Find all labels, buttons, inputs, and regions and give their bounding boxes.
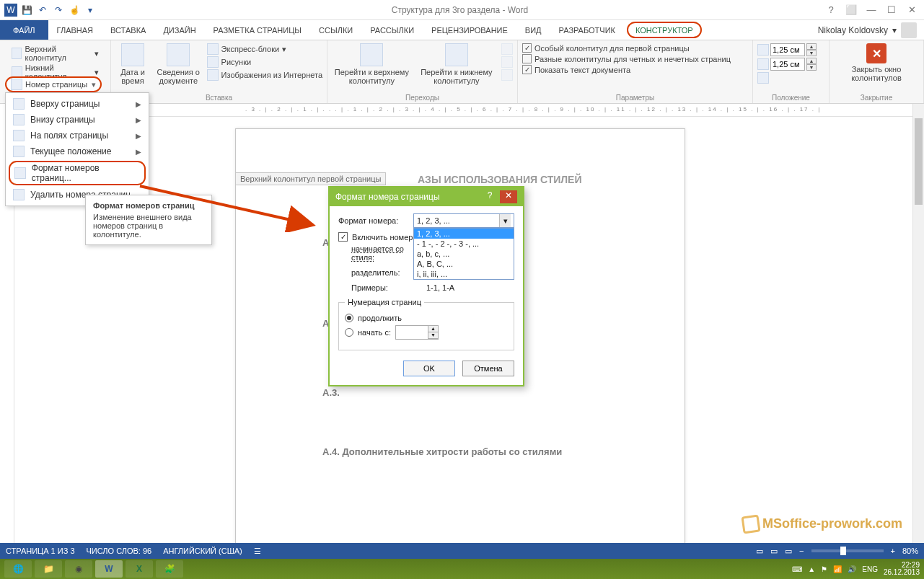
view-web-icon[interactable]: ▭ <box>785 547 792 556</box>
save-icon[interactable]: 💾 <box>20 4 33 17</box>
tray-flag-icon[interactable]: ⚑ <box>821 565 827 573</box>
tab-home[interactable]: ГЛАВНАЯ <box>48 20 102 40</box>
tray-clock[interactable]: 22:2926.12.2013 <box>884 562 920 576</box>
tray-volume-icon[interactable]: 🔊 <box>848 565 856 573</box>
page-indicator[interactable]: СТРАНИЦА 1 ИЗ 3 <box>6 547 75 555</box>
footer-from-bottom-spinner[interactable]: ▲▼ <box>757 58 817 71</box>
tab-design[interactable]: ДИЗАЙН <box>154 20 204 40</box>
zoom-level[interactable]: 80% <box>902 547 918 555</box>
taskbar-explorer[interactable]: 📁 <box>35 560 62 578</box>
quick-parts-button[interactable]: Экспресс-блоки ▾ <box>207 43 322 55</box>
docinfo-button[interactable]: Сведения о документе <box>156 43 201 85</box>
close-header-footer-button[interactable]: ✕ Закрыть окно колонтитулов <box>834 43 919 82</box>
goto-footer-icon <box>445 43 468 66</box>
goto-footer-button[interactable]: Перейти к нижнему колонтитулу <box>418 43 496 85</box>
help-icon[interactable]: ? <box>823 4 839 15</box>
close-window-icon[interactable]: ✕ <box>904 4 920 15</box>
header-from-top-spinner[interactable]: ▲▼ <box>757 43 817 56</box>
taskbar-word[interactable]: W <box>95 560 123 578</box>
dialog-help-icon[interactable]: ? <box>481 190 498 203</box>
undo-icon[interactable]: ↶ <box>36 4 49 17</box>
page-number-dropdown[interactable]: Номер страницы ▾ <box>5 76 102 92</box>
online-pictures-button[interactable]: Изображения из Интернета <box>207 69 322 81</box>
cancel-button[interactable]: Отмена <box>462 361 514 376</box>
tab-header-footer-design[interactable]: КОНСТРУКТОР <box>627 22 702 38</box>
header-dropdown[interactable]: Верхний колонтитул ▾ <box>12 45 99 62</box>
ok-button[interactable]: OK <box>403 361 455 376</box>
tray-network-icon[interactable]: 📶 <box>833 565 842 573</box>
qat-more-icon[interactable]: ▾ <box>84 4 97 17</box>
up-arrow-icon[interactable]: ▲ <box>428 326 438 332</box>
menu-current-position[interactable]: Текущее положение▶ <box>6 143 149 159</box>
tray-up-icon[interactable]: ▲ <box>808 565 815 573</box>
start-at-spinner[interactable]: ▲▼ <box>395 325 439 340</box>
show-document-text-checkbox[interactable]: ✓Показать текст документа <box>522 65 731 74</box>
view-read-icon[interactable]: ▭ <box>756 547 763 556</box>
footer-bottom-input[interactable] <box>770 58 805 71</box>
zoom-out-icon[interactable]: − <box>799 547 804 555</box>
quick-parts-icon <box>207 43 219 55</box>
dialog-titlebar[interactable]: Формат номера страницы ? ✕ <box>330 187 523 206</box>
tab-developer[interactable]: РАЗРАБОТЧИК <box>550 20 624 40</box>
goto-header-button[interactable]: Перейти к верхнему колонтитулу <box>332 43 412 85</box>
touch-icon[interactable]: ☝ <box>68 4 81 17</box>
tab-view[interactable]: ВИД <box>516 20 550 40</box>
dialog-close-icon[interactable]: ✕ <box>500 190 517 203</box>
taskbar-excel[interactable]: X <box>126 560 153 578</box>
down-arrow-icon[interactable]: ▼ <box>806 64 817 71</box>
taskbar-app[interactable]: 🧩 <box>156 560 183 578</box>
pictures-button[interactable]: Рисунки <box>207 56 322 68</box>
group-navigation: Перейти к верхнему колонтитулу Перейти к… <box>327 40 518 103</box>
format-option[interactable]: A, B, C, ... <box>414 259 514 269</box>
vertical-scrollbar[interactable] <box>912 104 924 544</box>
group-position: ▲▼ ▲▼ Положение <box>753 40 830 103</box>
tab-insert[interactable]: ВСТАВКА <box>102 20 154 40</box>
scrollbar-thumb[interactable] <box>915 118 923 205</box>
number-format-combobox[interactable]: 1, 2, 3, ...▾ 1, 2, 3, ... - 1 -, - 2 -,… <box>413 213 514 228</box>
down-arrow-icon[interactable]: ▼ <box>428 332 438 339</box>
format-option[interactable]: a, b, c, ... <box>414 249 514 259</box>
tab-references[interactable]: ССЫЛКИ <box>310 20 361 40</box>
minimize-icon[interactable]: — <box>863 4 879 15</box>
down-arrow-icon[interactable]: ▼ <box>806 50 817 56</box>
view-print-icon[interactable]: ▭ <box>770 547 778 556</box>
tray-lang[interactable]: ENG <box>862 565 878 573</box>
menu-page-margins[interactable]: На полях страницы▶ <box>6 128 149 143</box>
footer-bottom-icon <box>757 58 769 70</box>
redo-icon[interactable]: ↷ <box>52 4 65 17</box>
zoom-slider[interactable] <box>811 549 884 552</box>
different-first-page-checkbox[interactable]: ✓Особый колонтитул для первой страницы <box>522 43 731 53</box>
language-indicator[interactable]: АНГЛИЙСКИЙ (США) <box>163 547 242 555</box>
datetime-button[interactable]: Дата и время <box>115 43 150 85</box>
start-at-radio[interactable]: начать с: ▲▼ <box>345 325 508 340</box>
chevron-down-icon[interactable]: ▾ <box>499 214 511 227</box>
format-option[interactable]: i, ii, iii, ... <box>414 269 514 279</box>
insert-alignment-tab-button[interactable] <box>757 72 817 84</box>
word-count[interactable]: ЧИСЛО СЛОВ: 96 <box>87 547 152 555</box>
format-option[interactable]: 1, 2, 3, ... <box>414 229 514 239</box>
macro-icon[interactable]: ☰ <box>254 547 261 556</box>
maximize-icon[interactable]: ☐ <box>884 4 899 15</box>
header-top-input[interactable] <box>770 43 805 56</box>
format-option[interactable]: - 1 -, - 2 -, - 3 -, ... <box>414 239 514 249</box>
menu-format-page-numbers[interactable]: Формат номеров страниц... <box>9 161 146 185</box>
continue-numbering-radio[interactable]: продолжить <box>345 314 508 322</box>
format-icon <box>14 167 26 179</box>
ribbon-display-icon[interactable]: ⬜ <box>843 4 859 15</box>
user-indicator[interactable]: Nikolay Koldovsky ▾ <box>811 20 924 40</box>
tab-file[interactable]: ФАЙЛ <box>0 20 48 40</box>
link-icon <box>501 69 513 81</box>
menu-top-of-page[interactable]: Вверху страницы▶ <box>6 96 149 112</box>
zoom-in-icon[interactable]: + <box>891 547 895 555</box>
taskbar-chrome[interactable]: ◉ <box>65 560 92 578</box>
up-arrow-icon[interactable]: ▲ <box>806 43 817 50</box>
tab-review[interactable]: РЕЦЕНЗИРОВАНИЕ <box>423 20 516 40</box>
tab-page-layout[interactable]: РАЗМЕТКА СТРАНИЦЫ <box>205 20 310 40</box>
tray-keyboard-icon[interactable]: ⌨ <box>792 565 802 573</box>
different-odd-even-checkbox[interactable]: Разные колонтитулы для четных и нечетных… <box>522 54 731 63</box>
up-arrow-icon[interactable]: ▲ <box>806 58 817 64</box>
tab-mailings[interactable]: РАССЫЛКИ <box>361 20 423 40</box>
dialog-title: Формат номера страницы <box>335 192 440 202</box>
taskbar-ie[interactable]: 🌐 <box>4 560 32 578</box>
menu-bottom-of-page[interactable]: Внизу страницы▶ <box>6 112 149 128</box>
